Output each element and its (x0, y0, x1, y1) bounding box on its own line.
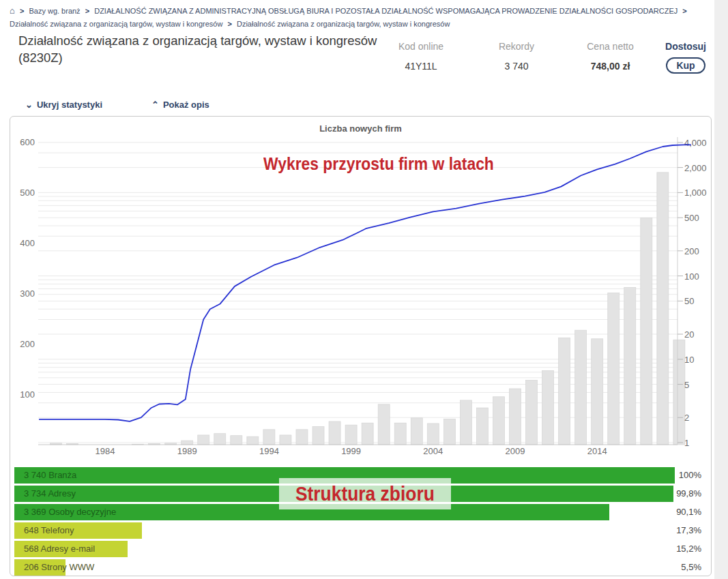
structure-row: 568 Adresy e-mail15,2% (14, 541, 708, 557)
svg-text:1994: 1994 (259, 446, 279, 456)
chart-annotation: Wykres przyrostu firm w latach (248, 153, 500, 175)
svg-text:100: 100 (684, 271, 699, 282)
breadcrumb-separator-icon: > (20, 7, 24, 15)
purchase-column: Dostosuj Kup (655, 41, 716, 74)
svg-text:4,000: 4,000 (684, 138, 707, 148)
svg-text:200: 200 (20, 339, 35, 349)
stat-value: 3 740 (476, 61, 557, 72)
svg-text:50: 50 (684, 296, 694, 306)
svg-text:400: 400 (20, 238, 35, 248)
stat-value: 748,00 zł (564, 61, 656, 72)
structure-bar-label: 568 Adresy e-mail (24, 541, 95, 557)
structure-bar-percent: 90,1% (676, 504, 701, 520)
home-icon[interactable]: ⌂ (10, 5, 15, 16)
structure-bar-label: 206 Strony WWW (24, 559, 94, 576)
statistics-card: 1251020501002005001,0002,0004,0001002003… (10, 116, 712, 576)
structure-bar-label: 3 740 Branża (24, 467, 76, 484)
chart-title: Liczba nowych firm (10, 123, 711, 134)
breadcrumb-item-bazy[interactable]: Bazy wg. branż (29, 7, 80, 15)
svg-text:10: 10 (684, 355, 694, 365)
structure-bar-percent: 17,3% (676, 522, 701, 539)
structure-bar-percent: 99,8% (676, 486, 701, 502)
breadcrumb-item-section[interactable]: DZIAŁALNOŚĆ ZWIĄZANA Z ADMINISTRACYJNĄ O… (94, 7, 678, 15)
svg-text:200: 200 (684, 246, 699, 256)
svg-text:2004: 2004 (423, 446, 443, 456)
svg-text:300: 300 (20, 288, 35, 299)
chevron-down-icon: ⌄ (25, 100, 33, 110)
breadcrumb-separator-icon: > (227, 20, 231, 28)
breadcrumb-item-category[interactable]: Działalność związana z organizacją targó… (10, 20, 222, 28)
svg-text:1984: 1984 (96, 446, 115, 456)
stat-label: Rekordy (476, 41, 557, 52)
toggle-label: Ukryj statystyki (37, 100, 102, 110)
chevron-up-icon: ⌃ (151, 100, 159, 110)
svg-text:1989: 1989 (177, 446, 197, 456)
svg-text:500: 500 (684, 213, 699, 223)
toggle-show-description[interactable]: ⌃Pokaż opis (151, 100, 209, 110)
structure-bar-percent: 5,5% (681, 559, 701, 576)
structure-bar-label: 3 734 Adresy (24, 486, 76, 502)
structure-row: 648 Telefony17,3% (14, 522, 708, 539)
structure-annotation-text: Struktura zbioru (295, 482, 435, 505)
page-title: Działalność związana z organizacją targó… (18, 33, 387, 67)
breadcrumb: ⌂ > Bazy wg. branż > DZIAŁALNOŚĆ ZWIĄZAN… (10, 4, 710, 30)
structure-bar-percent: 15,2% (676, 541, 701, 557)
svg-text:1999: 1999 (341, 446, 361, 456)
stat-label: Kod online (380, 41, 462, 52)
structure-bar-percent: 100% (679, 467, 701, 484)
svg-text:1: 1 (684, 438, 689, 448)
stat-cena-netto: Cena netto 748,00 zł (564, 41, 656, 72)
svg-text:600: 600 (20, 137, 35, 147)
svg-text:20: 20 (684, 329, 694, 340)
buy-button[interactable]: Kup (666, 57, 705, 74)
stat-kod-online: Kod online 41Y11L (380, 41, 462, 72)
stat-value: 41Y11L (380, 61, 462, 72)
toggle-hide-statistics[interactable]: ⌄Ukryj statystyki (25, 100, 102, 110)
svg-text:2: 2 (684, 413, 689, 423)
svg-text:500: 500 (20, 188, 35, 198)
breadcrumb-item-current[interactable]: Działalność związana z organizacją targó… (237, 20, 450, 28)
svg-text:2,000: 2,000 (684, 163, 707, 173)
structure-bar-label: 648 Telefony (24, 522, 74, 539)
structure-bar-label: 3 369 Osoby decyzyjne (24, 504, 116, 520)
page-gutter (714, 0, 728, 579)
stat-rekordy: Rekordy 3 740 (476, 41, 557, 72)
svg-text:1,000: 1,000 (684, 188, 707, 198)
structure-row: 206 Strony WWW5,5% (14, 559, 708, 576)
svg-text:2009: 2009 (506, 446, 525, 456)
structure-annotation: Struktura zbioru (279, 478, 451, 509)
toggle-label: Pokaż opis (163, 100, 209, 110)
chart-annotation-text: Wykres przyrostu firm w latach (263, 153, 494, 175)
breadcrumb-separator-icon: > (85, 7, 89, 15)
breadcrumb-separator-icon: > (682, 7, 686, 15)
svg-text:5: 5 (684, 380, 689, 390)
svg-text:2014: 2014 (587, 446, 607, 456)
page: ⌂ > Bazy wg. branż > DZIAŁALNOŚĆ ZWIĄZAN… (0, 0, 728, 579)
customize-link[interactable]: Dostosuj (655, 41, 716, 52)
svg-text:100: 100 (20, 389, 35, 400)
stat-label: Cena netto (564, 41, 656, 52)
